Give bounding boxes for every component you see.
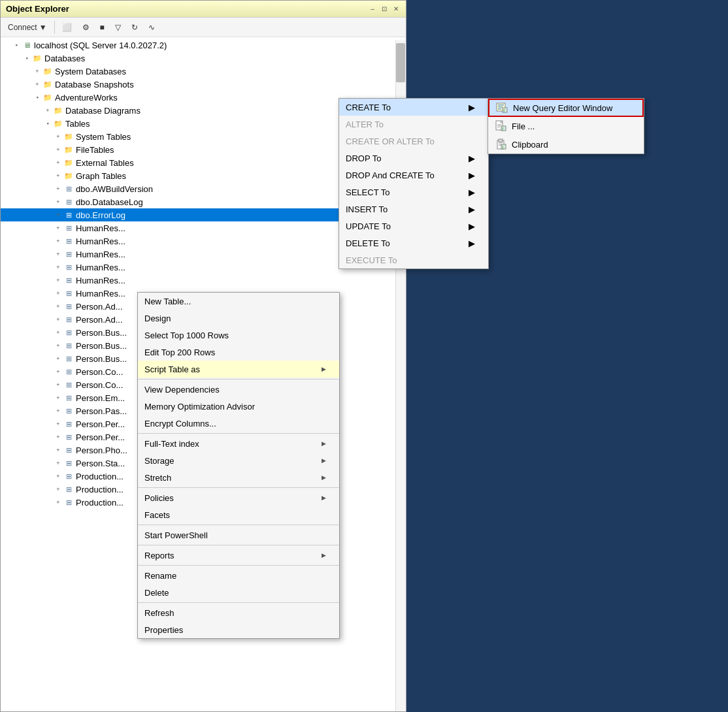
query-item-new-query-window[interactable]: ! New Query Editor Window [488,99,644,117]
table-icon: ⊞ [63,327,74,338]
menu-item-fulltext[interactable]: Full-Text index ▶ [138,435,339,452]
expand-person-bus3[interactable]: + [53,353,63,364]
svg-rect-17 [499,145,501,146]
expand-humanres4[interactable]: + [53,262,63,272]
server-label: localhost (SQL Server 14.0.2027.2) [34,40,167,50]
expand-humanres5[interactable]: + [53,275,63,285]
menu-item-new-table[interactable]: New Table... [138,293,339,310]
expand-system-tables[interactable]: + [53,131,63,142]
menu-item-select-top[interactable]: Select Top 1000 Rows [138,327,339,344]
scrollbar-thumb[interactable] [396,43,405,82]
expand-graph-tables[interactable]: + [53,170,63,181]
wave-button[interactable]: ∿ [144,21,159,34]
table-icon: ⊞ [63,223,74,233]
expand-db-diagrams[interactable]: + [42,105,53,116]
expand-awbuild[interactable]: + [53,184,63,194]
pin-button[interactable]: ⊡ [380,5,389,14]
expand-db-snapshots[interactable]: + [32,79,42,89]
submenu-item-insert-to[interactable]: INSERT To ▶ [339,201,488,218]
menu-item-view-deps[interactable]: View Dependencies [138,381,339,398]
expand-production1[interactable]: + [53,471,63,481]
expand-humanres6[interactable]: + [53,288,63,299]
menu-item-stretch[interactable]: Stretch ▶ [138,469,339,486]
table-icon: ⊞ [63,353,74,364]
menu-item-new-table-label: New Table... [144,297,191,306]
close-button[interactable]: ✕ [391,5,401,14]
tree-item-db-snapshots[interactable]: + 📁 Database Snapshots [1,78,406,91]
expand-humanres3[interactable]: + [53,249,63,259]
menu-item-encrypt-cols[interactable]: Encrypt Columns... [138,415,339,432]
submenu-arrow: ▶ [469,103,475,112]
menu-separator-2 [138,433,339,434]
tree-item-databases[interactable]: ▪ 📁 Databases [1,52,406,65]
table-icon: ⊞ [63,301,74,312]
expand-adventureworks[interactable]: ▪ [32,92,42,103]
expand-system-databases[interactable]: + [32,66,42,76]
menu-item-storage[interactable]: Storage ▶ [138,452,339,469]
minimize-button[interactable]: – [368,5,377,14]
expand-file-tables[interactable]: + [53,144,63,155]
submenu-arrow: ▶ [469,238,475,248]
folder-icon: 📁 [53,105,63,116]
expand-databases[interactable]: ▪ [22,53,32,63]
menu-item-refresh-label: Refresh [144,608,174,618]
submenu-item-drop-to[interactable]: DROP To ▶ [339,150,488,167]
expand-person-pho[interactable]: + [53,445,63,455]
expand-humanres2[interactable]: + [53,236,63,246]
menu-item-properties[interactable]: Properties [138,621,339,638]
menu-item-memory-opt[interactable]: Memory Optimization Advisor [138,398,339,415]
menu-item-start-ps[interactable]: Start PowerShell [138,526,339,543]
menu-item-facets[interactable]: Facets [138,506,339,523]
expand-humanres1[interactable]: + [53,223,63,233]
expand-person-co2[interactable]: + [53,380,63,390]
filter-button[interactable]: ⬜ [58,21,76,34]
expand-server[interactable]: ▪ [11,40,22,50]
refresh-button[interactable]: ↻ [127,21,142,34]
expand-external-tables[interactable]: + [53,157,63,168]
filter2-button[interactable]: ⚙ [78,21,94,34]
tree-item-server[interactable]: ▪ 🖥 localhost (SQL Server 14.0.2027.2) [1,39,406,52]
menu-item-design[interactable]: Design [138,310,339,327]
expand-person-per2[interactable]: + [53,432,63,442]
expand-dblog[interactable]: + [53,197,63,207]
expand-production2[interactable]: + [53,484,63,494]
menu-item-delete[interactable]: Delete [138,584,339,601]
expand-production3[interactable]: + [53,497,63,508]
person-pas-label: Person.Pas... [76,406,127,416]
query-item-clipboard[interactable]: ! Clipboard [488,135,644,154]
expand-person-addr2[interactable]: + [53,314,63,325]
tree-item-humanres5[interactable]: + ⊞ HumanRes... [1,274,406,287]
table-icon: ⊞ [63,484,74,494]
submenu-item-drop-and-create-to[interactable]: DROP And CREATE To ▶ [339,167,488,184]
menu-item-script-table[interactable]: Script Table as ▶ [138,361,339,378]
tree-item-system-databases[interactable]: + 📁 System Databases [1,65,406,78]
expand-person-per1[interactable]: + [53,419,63,429]
filter3-button[interactable]: ▽ [110,21,125,34]
expand-errorlog[interactable]: + [53,210,63,220]
humanres6-label: HumanRes... [76,289,125,299]
connect-button[interactable]: Connect ▼ [3,21,52,34]
expand-person-bus1[interactable]: + [53,327,63,338]
menu-item-reports[interactable]: Reports ▶ [138,547,339,564]
query-item-file[interactable]: ! File ... [488,117,644,135]
submenu-arrow: ▶ [322,457,326,464]
svg-rect-1 [498,105,504,106]
menu-item-refresh[interactable]: Refresh [138,604,339,621]
expand-person-co1[interactable]: + [53,366,63,377]
expand-person-pas[interactable]: + [53,406,63,416]
menu-item-rename[interactable]: Rename [138,567,339,584]
expand-tables[interactable]: ▪ [42,118,53,129]
submenu-item-delete-to[interactable]: DELETE To ▶ [339,235,488,251]
expand-person-sta[interactable]: + [53,458,63,468]
file-tables-label: FileTables [76,145,114,155]
expand-person-addr1[interactable]: + [53,301,63,312]
menu-item-edit-top[interactable]: Edit Top 200 Rows [138,344,339,361]
submenu-item-update-to[interactable]: UPDATE To ▶ [339,218,488,235]
menu-item-policies[interactable]: Policies ▶ [138,489,339,506]
submenu-item-select-to[interactable]: SELECT To ▶ [339,184,488,201]
submenu-item-create-to[interactable]: CREATE To ▶ [339,99,488,116]
expand-person-em[interactable]: + [53,393,63,403]
expand-person-bus2[interactable]: + [53,340,63,351]
table-icon: ⊞ [63,497,74,508]
stop-button[interactable]: ■ [95,21,109,34]
